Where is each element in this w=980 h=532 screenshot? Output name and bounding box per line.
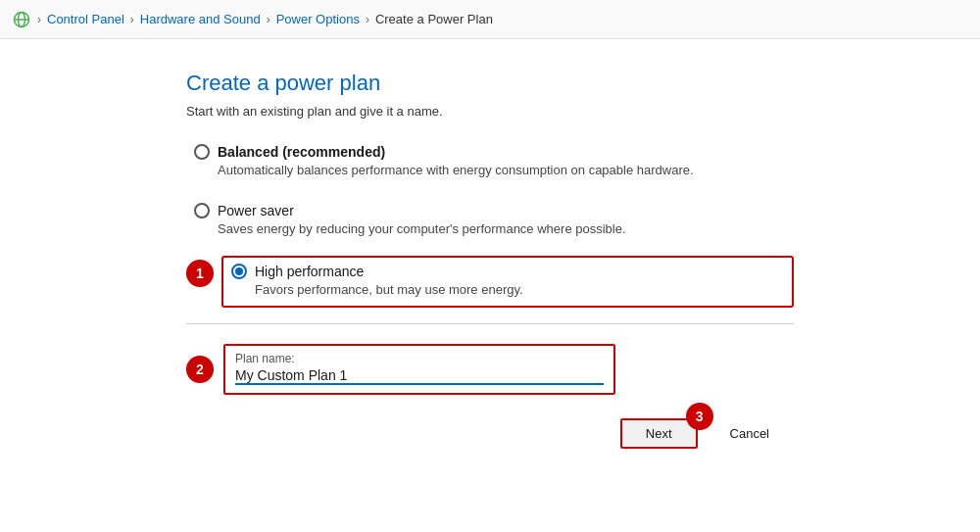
option-power-saver[interactable]: Power saver Saves energy by reducing you…	[186, 197, 794, 244]
globe-icon	[12, 10, 31, 29]
annotation-3: 3	[686, 403, 713, 430]
desc-high-performance: Favors performance, but may use more ene…	[231, 281, 784, 299]
content-inner: Create a power plan Start with an existi…	[186, 71, 794, 449]
main-content: Create a power plan Start with an existi…	[0, 39, 980, 532]
radio-power-saver[interactable]	[194, 203, 210, 218]
next-button-wrapper: 3 Next	[620, 418, 698, 449]
plan-name-box: Plan name:	[223, 344, 615, 395]
breadcrumb-sep-1: ›	[37, 13, 41, 26]
breadcrumb-current: Create a Power Plan	[375, 12, 493, 26]
divider	[186, 323, 794, 324]
breadcrumb-control-panel[interactable]: Control Panel	[47, 12, 124, 26]
next-button[interactable]: Next	[620, 418, 698, 449]
breadcrumb-power-options[interactable]: Power Options	[276, 12, 360, 26]
option-balanced[interactable]: Balanced (recommended) Automatically bal…	[186, 138, 794, 185]
cancel-button[interactable]: Cancel	[706, 419, 794, 448]
label-balanced: Balanced (recommended)	[218, 144, 385, 160]
buttons-row: 3 Next Cancel	[186, 418, 794, 449]
radio-balanced[interactable]	[194, 144, 210, 160]
breadcrumb-sep-2: ›	[130, 13, 134, 26]
annotation-2: 2	[186, 356, 214, 383]
annotation-1: 1	[186, 260, 214, 287]
desc-power-saver: Saves energy by reducing your computer's…	[194, 220, 786, 238]
label-high-performance: High performance	[255, 264, 364, 279]
breadcrumb-bar: › Control Panel › Hardware and Sound › P…	[0, 0, 980, 39]
plan-name-input[interactable]	[235, 367, 604, 385]
breadcrumb-hardware-sound[interactable]: Hardware and Sound	[140, 12, 261, 26]
option-high-performance[interactable]: High performance Favors performance, but…	[221, 256, 794, 307]
plan-name-section: 2 Plan name:	[186, 344, 794, 395]
breadcrumb-sep-4: ›	[366, 13, 369, 26]
label-power-saver: Power saver	[218, 203, 294, 218]
page-title: Create a power plan	[186, 71, 794, 96]
plan-name-label: Plan name:	[235, 352, 604, 365]
radio-high-performance[interactable]	[231, 264, 247, 279]
desc-balanced: Automatically balances performance with …	[194, 162, 786, 179]
page-subtitle: Start with an existing plan and give it …	[186, 104, 794, 119]
breadcrumb-sep-3: ›	[267, 13, 270, 26]
